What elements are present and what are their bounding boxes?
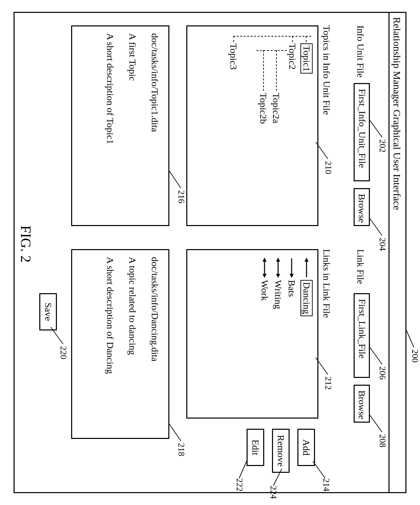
ref-212: 212: [323, 377, 333, 390]
topic-details: doc/tasks/info/Topic1.dita A first Topic…: [71, 25, 169, 226]
link-file-label: Link File: [355, 249, 366, 284]
ref-210: 210: [323, 161, 333, 174]
ref-208: 208: [377, 434, 387, 447]
ref-202: 202: [377, 139, 387, 153]
browse-link-button[interactable]: Browse: [354, 385, 370, 423]
link-desc: A short description of Dancing: [105, 257, 115, 374]
title-bar: Relationship Manager Graphical User Inte…: [388, 13, 405, 492]
figure-label: FIG. 2: [18, 225, 34, 263]
topic-item-topic1[interactable]: Topic1: [300, 43, 313, 74]
info-unit-file-input[interactable]: First_Info_Unit_File: [354, 83, 370, 181]
remove-button[interactable]: Remove: [272, 429, 290, 473]
info-unit-file-label: Info Unit File: [355, 25, 366, 78]
svg-marker-8: [262, 258, 267, 262]
svg-marker-9: [262, 274, 267, 278]
links-list-header: Links in Link File: [321, 249, 332, 318]
links-list[interactable]: Dancing Bats Writing Work: [186, 249, 318, 419]
link-file-value: First_Link_File: [357, 299, 368, 359]
link-item-bats[interactable]: Bats: [286, 280, 297, 297]
svg-line-10: [406, 330, 414, 347]
arrow-right-icon: [288, 258, 295, 278]
arrow-bidir-icon: [275, 258, 281, 278]
topic-path: doc/tasks/info/Topic1.dita: [149, 33, 160, 132]
svg-marker-6: [276, 274, 280, 278]
svg-marker-5: [276, 258, 280, 262]
ref-218: 218: [176, 443, 186, 456]
save-button[interactable]: Save: [39, 293, 57, 330]
ref-204: 204: [377, 238, 387, 251]
topic-item-topic3[interactable]: Topic3: [228, 43, 239, 69]
ref-214: 214: [321, 478, 331, 491]
link-item-dancing[interactable]: Dancing: [300, 280, 313, 316]
link-title: A topic related to dancing: [127, 257, 138, 355]
topics-list-header: Topics in Info Unit File: [321, 25, 332, 115]
add-button[interactable]: Add: [297, 429, 315, 466]
ref-222: 222: [234, 478, 245, 491]
info-unit-file-value: First_Info_Unit_File: [357, 89, 368, 168]
svg-marker-3: [290, 274, 294, 278]
link-file-input[interactable]: First_Link_File: [354, 293, 370, 378]
ref-200: 200: [410, 349, 420, 363]
arrow-bidir-icon: [261, 258, 268, 278]
ref-224: 224: [268, 486, 278, 499]
topic-item-topic2b[interactable]: Topic2b: [258, 93, 269, 124]
window-title: Relationship Manager Graphical User Inte…: [392, 17, 403, 210]
browse-info-button[interactable]: Browse: [354, 188, 370, 226]
topic-desc: A short description of Topic1: [105, 33, 115, 144]
topic-item-topic2a[interactable]: Topic2a: [271, 93, 281, 123]
edit-button[interactable]: Edit: [247, 429, 264, 466]
link-item-work[interactable]: Work: [259, 280, 270, 301]
topic-item-topic2[interactable]: Topic2: [287, 43, 298, 69]
topics-list[interactable]: Topic1 Topic2 Topic2a Topic2b Topic3: [186, 25, 318, 226]
link-item-writing[interactable]: Writing: [273, 280, 284, 309]
topic-title: A first Topic: [127, 33, 138, 81]
ref-216: 216: [176, 190, 186, 203]
arrow-left-icon: [303, 258, 310, 278]
svg-marker-1: [304, 258, 309, 262]
link-details: doc/tasks/info/Dancing.dita A topic rela…: [71, 249, 169, 439]
ref-206: 206: [377, 366, 387, 380]
ref-220: 220: [58, 346, 68, 359]
link-path: doc/tasks/info/Dancing.dita: [149, 257, 160, 362]
